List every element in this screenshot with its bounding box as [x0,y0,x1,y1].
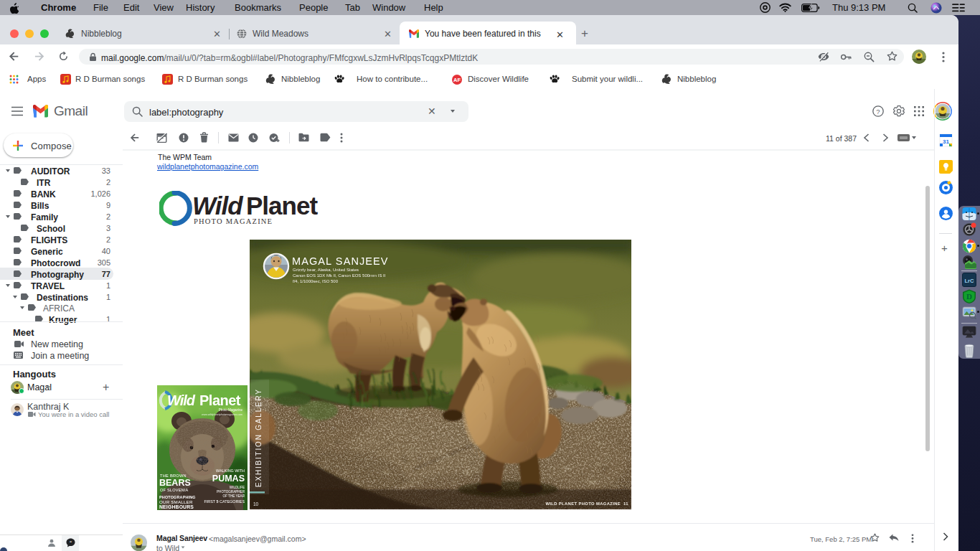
svg-text:NEIGHBOURS: NEIGHBOURS [159,504,194,509]
svg-text:FIRST 5 CATEGORIES: FIRST 5 CATEGORIES [204,499,245,504]
svg-text:OUR SMALLER: OUR SMALLER [159,499,193,504]
svg-text:Grizzly bear, Alaska, United S: Grizzly bear, Alaska, United States [293,268,359,272]
svg-text:WALKING WITH: WALKING WITH [216,468,245,473]
svg-text:Planet: Planet [199,392,241,408]
svg-text:OF SLOVENIA: OF SLOVENIA [160,488,189,492]
svg-text:BEARS: BEARS [159,478,191,488]
svg-text:f/4, 1/1000sec, ISO 500: f/4, 1/1000sec, ISO 500 [293,279,339,283]
svg-text:AF: AF [453,77,461,83]
svg-text:?: ? [876,108,880,116]
svg-text:Planet: Planet [246,192,318,220]
svg-text:PUMAS: PUMAS [212,474,245,484]
svg-text:PHOTOGRAPHER: PHOTOGRAPHER [217,490,245,494]
svg-text:MAGAL SANJEEV: MAGAL SANJEEV [292,255,389,267]
svg-text:Wild: Wild [192,192,243,220]
svg-text:LrC: LrC [965,278,975,284]
svg-text:www.wildplanetphotomagazine.co: www.wildplanetphotomagazine.com [202,413,242,416]
svg-text:31: 31 [943,138,949,145]
svg-text:“: “ [70,540,72,545]
svg-text:10: 10 [253,501,259,507]
svg-text:Wild: Wild [167,392,196,408]
svg-text:Photo Magazine: Photo Magazine [219,408,243,412]
svg-text:OF THE YEAR: OF THE YEAR [223,494,245,498]
svg-text:Canon EOS 1DX Mk II, Canon EOS: Canon EOS 1DX Mk II, Canon EOS 500mm IS … [293,273,386,278]
svg-text:WILD PLANET PHOTO MAGAZINE 11: WILD PLANET PHOTO MAGAZINE 11 [545,501,628,506]
svg-text:WILDLIFE: WILDLIFE [230,486,245,489]
svg-text:PHOTO MAGAZINE: PHOTO MAGAZINE [194,217,273,225]
svg-text:EXHIBITION GALLERY: EXHIBITION GALLERY [255,388,263,487]
svg-text:D: D [966,292,972,301]
